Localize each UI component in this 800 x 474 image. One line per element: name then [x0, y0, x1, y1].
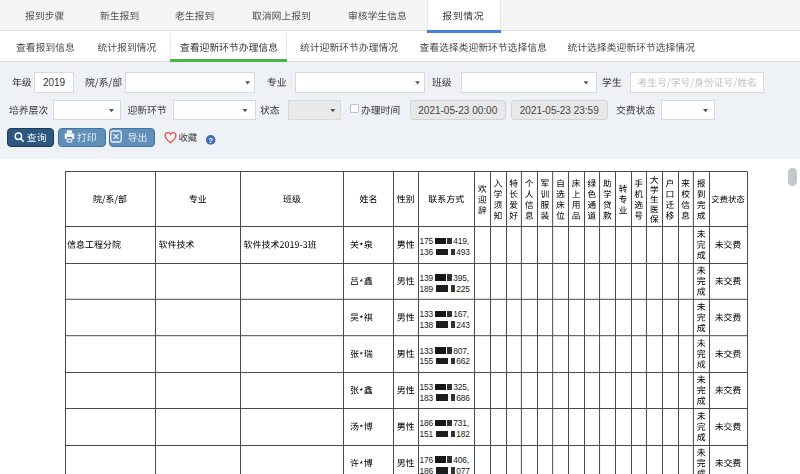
- svg-text:?: ?: [208, 136, 213, 145]
